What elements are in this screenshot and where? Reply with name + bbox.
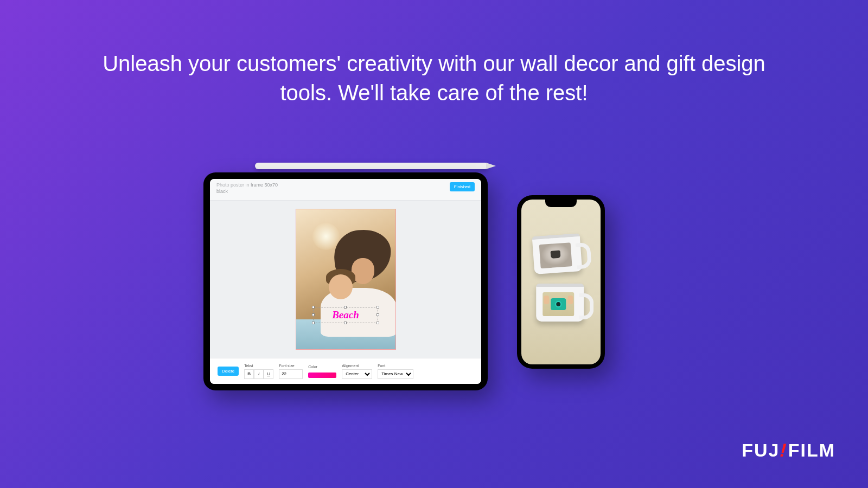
brand-part1: FUJ bbox=[742, 440, 780, 461]
phone-device bbox=[517, 195, 605, 369]
font-select[interactable]: Times New bbox=[378, 369, 413, 379]
alignment-group: Alignment Center bbox=[342, 364, 372, 379]
color-group: Color bbox=[308, 365, 336, 378]
phone-screen bbox=[521, 200, 601, 364]
mug-bottom bbox=[536, 284, 584, 322]
font-size-label: Font size bbox=[279, 364, 303, 368]
hand-right bbox=[567, 296, 573, 304]
resize-handle[interactable] bbox=[344, 322, 347, 324]
title-prefix: Photo poster in bbox=[216, 182, 251, 188]
title-line2: black bbox=[216, 189, 228, 194]
text-overlay-selection[interactable]: Beach bbox=[313, 307, 378, 323]
phone-notch bbox=[545, 200, 577, 207]
editor-header: Photo poster in frame 50x70 black Finish… bbox=[210, 179, 481, 201]
hand-left bbox=[544, 296, 549, 304]
font-label: Font bbox=[378, 364, 413, 368]
color-swatch[interactable] bbox=[308, 373, 336, 378]
editor-toolbar: Delete Tekst B I U Font size Color Align… bbox=[210, 358, 481, 384]
resize-handle[interactable] bbox=[312, 306, 315, 309]
resize-handle[interactable] bbox=[376, 306, 379, 309]
title-strong: frame 50x70 bbox=[251, 182, 278, 188]
italic-button[interactable]: I bbox=[254, 369, 264, 379]
resize-handle[interactable] bbox=[312, 313, 315, 316]
mug-top bbox=[532, 233, 583, 274]
editor-product-title: Photo poster in frame 50x70 black bbox=[216, 182, 278, 195]
resize-handle[interactable] bbox=[344, 306, 347, 309]
font-group: Font Times New bbox=[378, 364, 413, 379]
brand-part2: FILM bbox=[788, 440, 835, 461]
text-style-group: Tekst B I U bbox=[244, 364, 273, 379]
mug-top-photo bbox=[539, 242, 572, 268]
color-label: Color bbox=[308, 365, 336, 369]
overlay-text: Beach bbox=[332, 309, 359, 321]
tekst-label: Tekst bbox=[244, 364, 273, 368]
bold-button[interactable]: B bbox=[244, 369, 254, 379]
font-size-input[interactable] bbox=[279, 369, 303, 379]
photo-child-face bbox=[329, 274, 353, 299]
resize-handle[interactable] bbox=[312, 322, 315, 324]
photo-sun bbox=[312, 223, 340, 250]
poster-frame[interactable]: Beach bbox=[296, 209, 396, 350]
alignment-select[interactable]: Center bbox=[342, 369, 372, 379]
delete-button[interactable]: Delete bbox=[218, 367, 239, 376]
underline-button[interactable]: U bbox=[264, 369, 273, 379]
mug-bottom-photo bbox=[542, 292, 574, 316]
resize-handle[interactable] bbox=[376, 322, 379, 324]
camera-lens bbox=[555, 301, 561, 307]
resize-handle[interactable] bbox=[376, 313, 379, 316]
tablet-screen: Photo poster in frame 50x70 black Finish… bbox=[210, 179, 481, 384]
tablet-device: Photo poster in frame 50x70 black Finish… bbox=[203, 172, 488, 390]
font-size-group: Font size bbox=[279, 364, 303, 379]
editor-canvas[interactable]: Beach bbox=[210, 201, 481, 358]
alignment-label: Alignment bbox=[342, 364, 372, 368]
brand-logo: FUJ!FILM bbox=[742, 440, 835, 461]
headline: Unleash your customers' creativity with … bbox=[81, 49, 787, 107]
finished-button[interactable]: Finished bbox=[450, 182, 475, 191]
stylus bbox=[255, 163, 488, 169]
